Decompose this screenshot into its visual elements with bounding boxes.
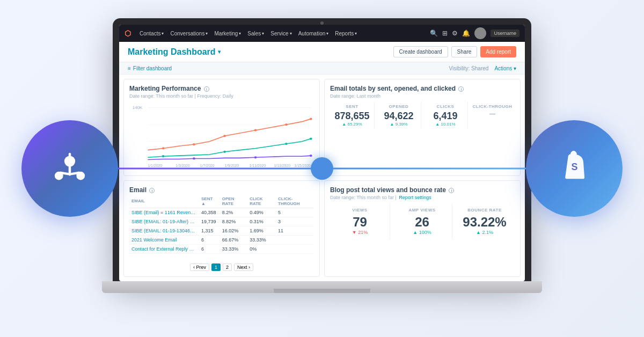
svg-point-27 <box>285 143 288 145</box>
info-icon: i <box>458 86 464 92</box>
settings-icon[interactable]: ⚙ <box>452 30 458 37</box>
info-icon: i <box>449 188 454 193</box>
avatar[interactable] <box>474 27 486 39</box>
cell-sent: 40,358 <box>199 208 220 217</box>
nav-conversations[interactable]: Conversations ▾ <box>170 31 208 36</box>
cell-open-rate: 8.82% <box>220 217 247 226</box>
views-change: ▼ 21% <box>332 230 387 235</box>
chevron-down-icon: ▾ <box>290 31 292 36</box>
create-dashboard-button[interactable]: Create dashboard <box>393 46 448 57</box>
info-icon: i <box>149 188 155 193</box>
cell-email: SIBE (EMAIL: 01-19-1304662) Advantage Je… <box>129 226 199 235</box>
email-totals-widget: Email totals by sent, opened, and clicke… <box>324 79 521 176</box>
email-stats-grid: SENT 878,655 65.29% OPENED 94,622 <box>330 102 515 129</box>
apps-icon[interactable]: ⊞ <box>442 30 448 37</box>
email-table-widget: Email i EMAIL SENT ▲ OPEN RATE <box>123 180 320 277</box>
filter-icon: ≡ <box>128 65 131 71</box>
col-sent[interactable]: SENT ▲ <box>199 195 220 208</box>
stat-sent: SENT 878,655 65.29% <box>330 102 375 129</box>
bounce-rate-label: BOUNCE RATE <box>457 208 513 213</box>
svg-point-20 <box>193 143 195 145</box>
cell-open-rate: 16.02% <box>220 226 247 235</box>
hubspot-logo-icon <box>46 144 94 193</box>
up-arrow-icon <box>342 122 347 127</box>
opened-change: 9.39% <box>379 122 419 127</box>
prev-page-button[interactable]: ‹ Prev <box>190 263 209 271</box>
username-display: Username <box>491 30 519 37</box>
svg-text:1/1/2020: 1/1/2020 <box>148 164 162 167</box>
table-row: SIBE (Email) = 1161 Revenue Game 40,358 … <box>129 208 314 217</box>
svg-point-28 <box>310 137 312 140</box>
notifications-icon[interactable]: 🔔 <box>462 30 470 37</box>
clicks-label: CLICKS <box>426 104 465 109</box>
svg-line-4 <box>61 173 68 174</box>
email-totals-subtitle: Date range: Last month <box>330 93 515 99</box>
nav-service[interactable]: Service ▾ <box>270 31 291 36</box>
amp-views-change: ▲ 100% <box>394 230 450 235</box>
svg-text:1/13/2020: 1/13/2020 <box>274 164 290 167</box>
svg-text:S: S <box>571 162 577 172</box>
search-icon[interactable]: 🔍 <box>430 30 438 37</box>
col-ct: CLICK-THROUGH <box>276 195 314 208</box>
svg-text:1/11/2020: 1/11/2020 <box>250 164 266 167</box>
bounce-rate-value: 93.22% <box>457 215 513 230</box>
title-caret-icon[interactable]: ▾ <box>218 49 221 55</box>
email-totals-title: Email totals by sent, opened, and clicke… <box>330 85 515 92</box>
col-click-rate: CLICK RATE <box>247 195 276 208</box>
cell-open-rate: 66.67% <box>220 235 247 244</box>
cell-email: 2021 Welcome Email <box>129 235 199 244</box>
connection-dot <box>311 157 333 180</box>
sent-value: 878,655 <box>332 111 372 121</box>
actions-link[interactable]: Actions ▾ <box>494 65 516 71</box>
svg-point-25 <box>162 155 165 157</box>
laptop-bezel: ⬡ Contacts ▾ Conversations ▾ Marketing ▾ <box>113 18 531 281</box>
marketing-performance-chart: 140K 1/1/2020 1/3/2020 1/7/2020 <box>129 102 314 170</box>
chevron-down-icon: ▾ <box>355 31 357 36</box>
page-1-button[interactable]: 1 <box>211 263 221 271</box>
nav-automation[interactable]: Automation ▾ <box>298 31 329 36</box>
info-icon: i <box>204 86 209 92</box>
stat-bounce-rate: BOUNCE RATE 93.22% ▲ 2.1% <box>455 203 515 240</box>
clicks-value: 6,419 <box>426 111 465 121</box>
cell-email: Contact for External Reply Email <box>129 244 199 253</box>
nav-contacts[interactable]: Contacts ▾ <box>140 31 164 36</box>
dashboard-title-area: Marketing Dashboard ▾ <box>128 47 221 57</box>
svg-point-30 <box>254 156 257 158</box>
cell-email: SIBE (EMAIL: 01-19-After) average Jersey… <box>129 217 199 226</box>
filter-dashboard-link[interactable]: ≡ Filter dashboard <box>128 65 172 71</box>
share-button[interactable]: Share <box>451 46 478 57</box>
chevron-down-icon: ▾ <box>206 31 208 36</box>
nav-sales[interactable]: Sales ▾ <box>247 31 264 36</box>
amp-views-value: 26 <box>394 215 450 230</box>
email-data-table: EMAIL SENT ▲ OPEN RATE CLICK RATE CLICK-… <box>129 195 314 254</box>
shopify-circle: S <box>526 120 623 217</box>
bounce-rate-change: ▲ 2.1% <box>457 230 513 235</box>
nav-reports[interactable]: Reports ▾ <box>335 31 357 36</box>
email-table-title: Email i <box>129 186 314 194</box>
svg-point-21 <box>223 135 226 137</box>
opened-label: OPENED <box>379 104 419 109</box>
dashboard-header: Marketing Dashboard ▾ Create dashboard S… <box>119 42 525 62</box>
next-page-button[interactable]: Next › <box>234 263 253 271</box>
col-open-rate: OPEN RATE <box>220 195 247 208</box>
sent-label: SENT <box>332 104 372 109</box>
marketing-performance-title: Marketing Performance i <box>129 85 314 92</box>
views-label: VIEWS <box>332 208 387 213</box>
col-email: EMAIL <box>129 195 199 208</box>
cell-email: SIBE (Email) = 1161 Revenue Game <box>129 208 199 217</box>
stat-clickthrough: CLICK-THROUGH — <box>470 102 515 129</box>
add-report-button[interactable]: Add report <box>480 46 516 57</box>
svg-point-26 <box>223 151 226 153</box>
stat-views: VIEWS 79 ▼ 21% <box>330 203 390 240</box>
actions-chevron-icon: ▾ <box>514 65 516 71</box>
visibility-area: Visibility: Shared Actions ▾ <box>449 65 516 71</box>
marketing-performance-subtitle: Date range: This month so far | Frequenc… <box>129 93 314 99</box>
report-settings-link[interactable]: Report settings <box>399 195 431 200</box>
svg-line-5 <box>71 173 79 174</box>
cell-click-rate: 0% <box>247 244 276 253</box>
page-2-button[interactable]: 2 <box>223 263 232 271</box>
blog-stats-grid: VIEWS 79 ▼ 21% AMP VIEWS 26 ▲ 100% <box>330 203 515 240</box>
nav-marketing[interactable]: Marketing ▾ <box>214 31 241 36</box>
sent-change: 65.29% <box>332 122 372 127</box>
clicks-change: 10.01% <box>426 122 465 127</box>
